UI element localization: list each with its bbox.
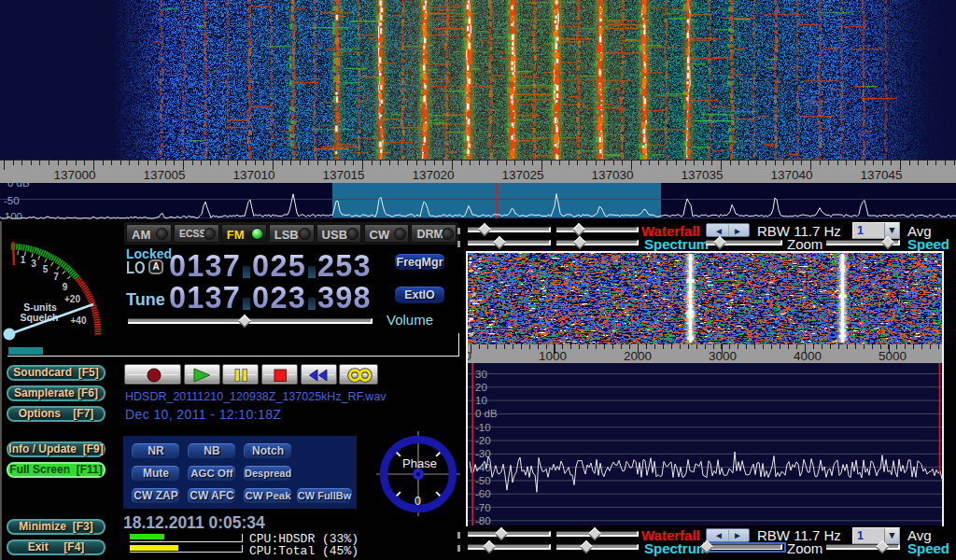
svg-text:10: 10 (475, 395, 487, 406)
svg-text:-70: -70 (475, 501, 491, 512)
svg-text:-20: -20 (475, 435, 491, 446)
svg-text:-10: -10 (475, 421, 491, 432)
svg-text:5: 5 (43, 264, 49, 274)
svg-text:20: 20 (475, 381, 487, 392)
svg-text:0: 0 (415, 495, 421, 508)
svg-text:30: 30 (475, 368, 487, 379)
svg-text:Squelch: Squelch (21, 312, 59, 323)
svg-text:7: 7 (53, 272, 59, 282)
svg-text:-50: -50 (475, 474, 491, 485)
svg-text:0 dB: 0 dB (475, 408, 498, 419)
svg-text:+20: +20 (64, 294, 80, 304)
svg-text:3: 3 (31, 259, 36, 269)
svg-text:+40: +40 (71, 315, 87, 326)
svg-text:-80: -80 (475, 514, 491, 525)
svg-text:-60: -60 (475, 488, 491, 499)
svg-text:9: 9 (63, 282, 68, 292)
svg-text:S-units: S-units (23, 301, 57, 313)
svg-text:Phase: Phase (402, 456, 437, 470)
svg-text:1: 1 (21, 255, 26, 265)
